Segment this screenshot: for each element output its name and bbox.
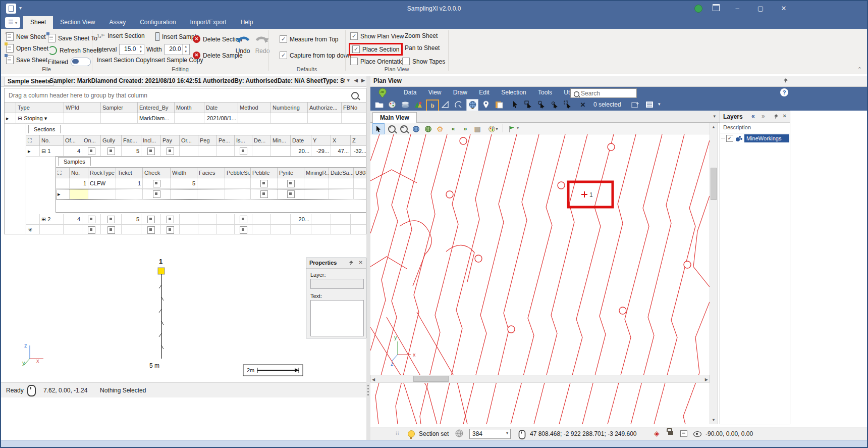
- close-button[interactable]: ✕: [777, 4, 790, 13]
- grid-cell[interactable]: 5: [122, 214, 141, 224]
- clear-selection-button[interactable]: ✕: [577, 99, 588, 110]
- grid-cell[interactable]: [354, 178, 366, 188]
- grid-cell[interactable]: [354, 189, 366, 199]
- grid-cell[interactable]: [40, 225, 64, 234]
- grid-cell[interactable]: 47...: [331, 146, 351, 156]
- cell-checkbox[interactable]: [88, 226, 95, 234]
- place-point-button[interactable]: [480, 99, 492, 110]
- grid-cell[interactable]: [342, 113, 366, 123]
- grid-cell[interactable]: 20...: [291, 146, 311, 156]
- interval-spinner[interactable]: 15.0▲▼: [119, 44, 144, 55]
- text-input[interactable]: [310, 300, 364, 336]
- grid-header-cell[interactable]: Incl...: [141, 135, 161, 145]
- grid-header-cell[interactable]: Of...: [64, 135, 82, 145]
- cell-checkbox[interactable]: [240, 216, 247, 223]
- section-row-2[interactable]: ⊞ 24520...: [26, 214, 366, 225]
- cell-checkbox[interactable]: [88, 216, 95, 223]
- grid-cell[interactable]: [331, 214, 351, 224]
- grid-header-cell[interactable]: Sampler: [101, 103, 138, 113]
- grid-header-cell[interactable]: [5, 103, 16, 113]
- deselect-rectangle-button[interactable]: [562, 99, 573, 110]
- sample-sheets-panel-title[interactable]: Sample Sheets: [4, 77, 54, 86]
- grid-header-cell[interactable]: Type: [16, 103, 64, 113]
- cell-checkbox[interactable]: [167, 226, 174, 234]
- grid-header-cell[interactable]: X: [331, 135, 351, 145]
- new-view-button[interactable]: [630, 99, 641, 110]
- grid-header-cell[interactable]: Pay: [161, 135, 180, 145]
- note-icon[interactable]: [680, 430, 687, 437]
- cell-checkbox[interactable]: [107, 216, 115, 223]
- grid-cell[interactable]: [311, 214, 331, 224]
- scrollbar-thumb[interactable]: [711, 168, 717, 200]
- grid-cell[interactable]: [235, 214, 252, 224]
- measure-button[interactable]: [440, 99, 451, 110]
- layer-visibility-checkbox[interactable]: ✓: [726, 135, 733, 142]
- grid-cell[interactable]: [198, 214, 217, 224]
- grid-cell[interactable]: [235, 225, 252, 234]
- tab-import-export[interactable]: Import/Export: [183, 16, 234, 29]
- grid-cell[interactable]: ▸: [5, 113, 16, 123]
- place-orientation-checkbox[interactable]: Place Orientation: [350, 58, 407, 65]
- grid-cell[interactable]: [101, 146, 122, 156]
- cell-checkbox[interactable]: [167, 147, 174, 155]
- next-view-button[interactable]: »: [459, 123, 471, 134]
- eye-icon[interactable]: [693, 431, 701, 437]
- cell-checkbox[interactable]: [240, 226, 247, 234]
- layer-input[interactable]: [310, 279, 364, 289]
- collapse-left-icon[interactable]: «: [751, 113, 755, 120]
- grid-header-cell[interactable]: Authorize...: [308, 103, 342, 113]
- properties-close-icon[interactable]: ✕: [359, 260, 363, 265]
- toggle-grid-button[interactable]: ▦: [471, 123, 483, 134]
- layers-button[interactable]: [400, 99, 411, 110]
- section-set-select[interactable]: 384 ▾: [469, 429, 511, 439]
- cell-checkbox[interactable]: [147, 147, 155, 155]
- globe-3d-button[interactable]: [466, 99, 478, 111]
- grid-cell[interactable]: [180, 214, 198, 224]
- grid-header-cell[interactable]: Gully: [101, 135, 122, 145]
- grid-cell[interactable]: [180, 146, 198, 156]
- annotation-button[interactable]: b: [426, 99, 439, 112]
- grid-cell[interactable]: ⊞ 2: [40, 214, 64, 224]
- grid-cell[interactable]: [101, 225, 122, 234]
- grid-cell[interactable]: [82, 225, 101, 234]
- tab-sheet[interactable]: Sheet: [23, 16, 53, 29]
- menu-edit[interactable]: Edit: [474, 87, 495, 98]
- select-lasso-button[interactable]: [549, 99, 560, 110]
- grid-header-cell[interactable]: Y: [311, 135, 331, 145]
- grid-cell[interactable]: [329, 189, 354, 199]
- grid-cell[interactable]: -29...: [311, 146, 331, 156]
- grid-cell[interactable]: MarkDiam...: [138, 113, 175, 123]
- grid-header-cell[interactable]: Month: [175, 103, 204, 113]
- pin-icon[interactable]: [773, 114, 779, 120]
- open-sheet-button[interactable]: Open Sheet: [6, 44, 48, 53]
- grid-cell[interactable]: ⊟ 1: [40, 146, 64, 156]
- grid-header-cell[interactable]: Check: [143, 168, 171, 178]
- sphere-icon[interactable]: [455, 429, 463, 437]
- menu-tools[interactable]: Tools: [533, 87, 557, 98]
- grid-cell[interactable]: [141, 225, 161, 234]
- grid-cell[interactable]: 5: [122, 146, 141, 156]
- grid-header-cell[interactable]: Min...: [271, 135, 291, 145]
- grid-cell[interactable]: [252, 146, 271, 156]
- grid-header-cell[interactable]: DateSa...: [329, 168, 354, 178]
- grid-cell[interactable]: [304, 189, 329, 199]
- sample-row-1[interactable]: 1CLFW15: [56, 178, 366, 189]
- ribbon-collapse-button[interactable]: ⌃: [857, 66, 862, 73]
- grid-cell[interactable]: [26, 214, 40, 224]
- grid-cell[interactable]: [143, 189, 171, 199]
- sheet-header-dropdown-icon[interactable]: ▾: [347, 78, 350, 83]
- grid-header-cell[interactable]: Pe...: [217, 135, 235, 145]
- grid-header-cell[interactable]: Width: [171, 168, 197, 178]
- new-sheet-button[interactable]: +New Sheet: [6, 32, 46, 41]
- grid-header-cell[interactable]: Date: [291, 135, 311, 145]
- measure-from-top-checkbox[interactable]: ✓Measure from Top: [280, 35, 339, 43]
- refresh-sheets-button[interactable]: Refresh Sheets: [48, 46, 101, 55]
- sheet-prev-icon[interactable]: ◀: [354, 78, 358, 83]
- search-input[interactable]: [580, 89, 636, 97]
- plan-map-canvas[interactable]: 1 y x z ◀ ▶: [370, 134, 710, 424]
- grid-cell[interactable]: [271, 225, 291, 234]
- grid-cell[interactable]: [116, 189, 143, 199]
- grid-cell[interactable]: ⊟ Stoping ▾: [16, 113, 64, 123]
- grid-cell[interactable]: [56, 178, 70, 188]
- sheet-next-icon[interactable]: ▶: [361, 78, 365, 83]
